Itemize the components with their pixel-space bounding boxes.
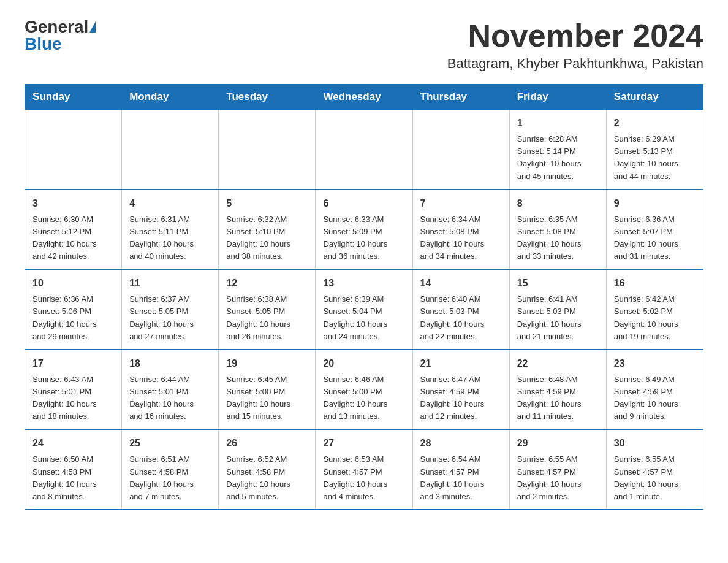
day-info: Sunrise: 6:44 AMSunset: 5:01 PMDaylight:…: [129, 373, 211, 423]
calendar-cell: 19Sunrise: 6:45 AMSunset: 5:00 PMDayligh…: [219, 350, 316, 430]
calendar-cell: 23Sunrise: 6:49 AMSunset: 4:59 PMDayligh…: [606, 350, 703, 430]
calendar-cell: 21Sunrise: 6:47 AMSunset: 4:59 PMDayligh…: [412, 350, 509, 430]
calendar-cell: 10Sunrise: 6:36 AMSunset: 5:06 PMDayligh…: [25, 269, 122, 350]
calendar-cell: 6Sunrise: 6:33 AMSunset: 5:09 PMDaylight…: [316, 190, 412, 270]
calendar-cell: 29Sunrise: 6:55 AMSunset: 4:57 PMDayligh…: [509, 429, 606, 510]
calendar-cell: 13Sunrise: 6:39 AMSunset: 5:04 PMDayligh…: [316, 269, 412, 350]
day-number: 1: [517, 116, 599, 131]
day-number: 9: [614, 196, 696, 211]
day-info: Sunrise: 6:32 AMSunset: 5:10 PMDaylight:…: [226, 213, 308, 263]
calendar-week-row: 17Sunrise: 6:43 AMSunset: 5:01 PMDayligh…: [25, 350, 703, 430]
day-info: Sunrise: 6:51 AMSunset: 4:58 PMDaylight:…: [129, 453, 211, 503]
day-info: Sunrise: 6:30 AMSunset: 5:12 PMDaylight:…: [32, 213, 114, 263]
calendar-cell: 9Sunrise: 6:36 AMSunset: 5:07 PMDaylight…: [606, 190, 703, 270]
day-number: 20: [323, 356, 404, 371]
day-number: 4: [129, 196, 211, 211]
day-number: 8: [517, 196, 599, 211]
day-number: 16: [614, 276, 696, 291]
day-number: 29: [517, 436, 599, 451]
calendar-body: 1Sunrise: 6:28 AMSunset: 5:14 PMDaylight…: [25, 110, 703, 510]
day-number: 14: [420, 276, 502, 291]
day-info: Sunrise: 6:45 AMSunset: 5:00 PMDaylight:…: [226, 373, 308, 423]
calendar-cell: 14Sunrise: 6:40 AMSunset: 5:03 PMDayligh…: [412, 269, 509, 350]
calendar-cell: 26Sunrise: 6:52 AMSunset: 4:58 PMDayligh…: [219, 429, 316, 510]
calendar-cell: 22Sunrise: 6:48 AMSunset: 4:59 PMDayligh…: [509, 350, 606, 430]
calendar-cell: 2Sunrise: 6:29 AMSunset: 5:13 PMDaylight…: [606, 110, 703, 190]
calendar-cell: [122, 110, 219, 190]
day-number: 25: [129, 436, 211, 451]
weekday-header: Thursday: [412, 85, 509, 110]
day-info: Sunrise: 6:36 AMSunset: 5:06 PMDaylight:…: [32, 293, 114, 343]
calendar-week-row: 3Sunrise: 6:30 AMSunset: 5:12 PMDaylight…: [25, 190, 703, 270]
calendar-cell: 15Sunrise: 6:41 AMSunset: 5:03 PMDayligh…: [509, 269, 606, 350]
day-number: 19: [226, 356, 308, 371]
weekday-header: Wednesday: [316, 85, 412, 110]
day-info: Sunrise: 6:36 AMSunset: 5:07 PMDaylight:…: [614, 213, 696, 263]
calendar-cell: 28Sunrise: 6:54 AMSunset: 4:57 PMDayligh…: [412, 429, 509, 510]
calendar-week-row: 10Sunrise: 6:36 AMSunset: 5:06 PMDayligh…: [25, 269, 703, 350]
day-info: Sunrise: 6:31 AMSunset: 5:11 PMDaylight:…: [129, 213, 211, 263]
calendar-cell: [316, 110, 412, 190]
day-number: 21: [420, 356, 502, 371]
calendar-cell: 30Sunrise: 6:55 AMSunset: 4:57 PMDayligh…: [606, 429, 703, 510]
calendar-cell: 4Sunrise: 6:31 AMSunset: 5:11 PMDaylight…: [122, 190, 219, 270]
calendar-week-row: 1Sunrise: 6:28 AMSunset: 5:14 PMDaylight…: [25, 110, 703, 190]
day-info: Sunrise: 6:38 AMSunset: 5:05 PMDaylight:…: [226, 293, 308, 343]
day-number: 28: [420, 436, 502, 451]
calendar-cell: 12Sunrise: 6:38 AMSunset: 5:05 PMDayligh…: [219, 269, 316, 350]
day-info: Sunrise: 6:47 AMSunset: 4:59 PMDaylight:…: [420, 373, 502, 423]
day-number: 11: [129, 276, 211, 291]
location-title: Battagram, Khyber Pakhtunkhwa, Pakistan: [447, 56, 703, 72]
day-number: 23: [614, 356, 696, 371]
day-number: 17: [32, 356, 114, 371]
day-number: 22: [517, 356, 599, 371]
calendar-cell: 18Sunrise: 6:44 AMSunset: 5:01 PMDayligh…: [122, 350, 219, 430]
calendar-cell: [219, 110, 316, 190]
day-number: 10: [32, 276, 114, 291]
weekday-header: Saturday: [606, 85, 703, 110]
weekday-header: Tuesday: [219, 85, 316, 110]
calendar-cell: 25Sunrise: 6:51 AMSunset: 4:58 PMDayligh…: [122, 429, 219, 510]
day-info: Sunrise: 6:41 AMSunset: 5:03 PMDaylight:…: [517, 293, 599, 343]
calendar-cell: 24Sunrise: 6:50 AMSunset: 4:58 PMDayligh…: [25, 429, 122, 510]
logo: General Blue: [25, 18, 96, 53]
logo-triangle-icon: [89, 21, 96, 33]
day-info: Sunrise: 6:37 AMSunset: 5:05 PMDaylight:…: [129, 293, 211, 343]
page-header: General Blue November 2024 Battagram, Kh…: [25, 18, 703, 72]
calendar-cell: 17Sunrise: 6:43 AMSunset: 5:01 PMDayligh…: [25, 350, 122, 430]
day-number: 15: [517, 276, 599, 291]
day-info: Sunrise: 6:29 AMSunset: 5:13 PMDaylight:…: [614, 133, 696, 183]
day-number: 18: [129, 356, 211, 371]
calendar-cell: [25, 110, 122, 190]
logo-general-text: General: [25, 18, 88, 36]
calendar-cell: 3Sunrise: 6:30 AMSunset: 5:12 PMDaylight…: [25, 190, 122, 270]
calendar-cell: 5Sunrise: 6:32 AMSunset: 5:10 PMDaylight…: [219, 190, 316, 270]
day-number: 27: [323, 436, 404, 451]
day-info: Sunrise: 6:34 AMSunset: 5:08 PMDaylight:…: [420, 213, 502, 263]
day-info: Sunrise: 6:46 AMSunset: 5:00 PMDaylight:…: [323, 373, 404, 423]
calendar-cell: 7Sunrise: 6:34 AMSunset: 5:08 PMDaylight…: [412, 190, 509, 270]
day-info: Sunrise: 6:35 AMSunset: 5:08 PMDaylight:…: [517, 213, 599, 263]
day-number: 7: [420, 196, 502, 211]
day-number: 6: [323, 196, 404, 211]
weekday-header: Friday: [509, 85, 606, 110]
day-number: 30: [614, 436, 696, 451]
day-number: 24: [32, 436, 114, 451]
day-number: 3: [32, 196, 114, 211]
calendar-cell: 20Sunrise: 6:46 AMSunset: 5:00 PMDayligh…: [316, 350, 412, 430]
calendar-table: SundayMondayTuesdayWednesdayThursdayFrid…: [25, 84, 703, 510]
title-section: November 2024 Battagram, Khyber Pakhtunk…: [447, 18, 703, 72]
day-info: Sunrise: 6:54 AMSunset: 4:57 PMDaylight:…: [420, 453, 502, 503]
day-info: Sunrise: 6:53 AMSunset: 4:57 PMDaylight:…: [323, 453, 404, 503]
day-number: 5: [226, 196, 308, 211]
weekday-header: Monday: [122, 85, 219, 110]
calendar-cell: 8Sunrise: 6:35 AMSunset: 5:08 PMDaylight…: [509, 190, 606, 270]
day-info: Sunrise: 6:40 AMSunset: 5:03 PMDaylight:…: [420, 293, 502, 343]
calendar-cell: [412, 110, 509, 190]
day-info: Sunrise: 6:48 AMSunset: 4:59 PMDaylight:…: [517, 373, 599, 423]
weekday-header: Sunday: [25, 85, 122, 110]
calendar-cell: 27Sunrise: 6:53 AMSunset: 4:57 PMDayligh…: [316, 429, 412, 510]
day-info: Sunrise: 6:33 AMSunset: 5:09 PMDaylight:…: [323, 213, 404, 263]
day-info: Sunrise: 6:28 AMSunset: 5:14 PMDaylight:…: [517, 133, 599, 183]
calendar-cell: 16Sunrise: 6:42 AMSunset: 5:02 PMDayligh…: [606, 269, 703, 350]
